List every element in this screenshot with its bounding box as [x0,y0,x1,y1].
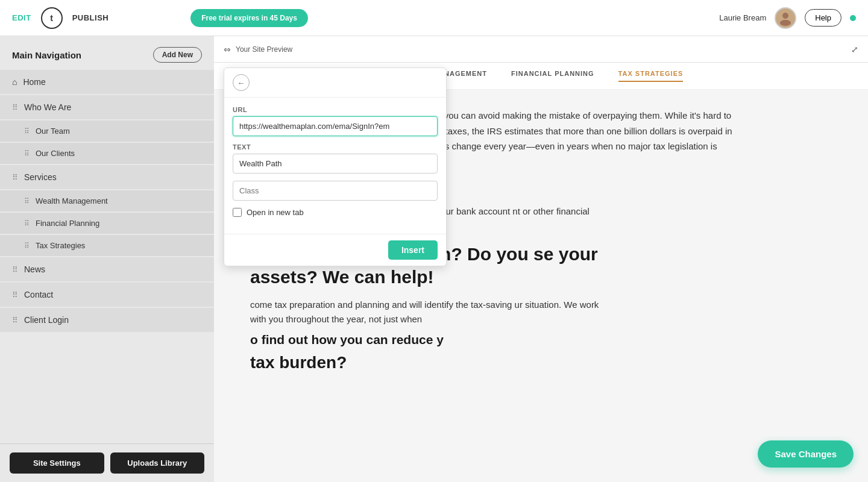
drag-handle-icon: ⠿ [24,197,30,205]
sidebar: Main Navigation Add New ⌂ Home ⠿ Who We … [0,36,214,482]
text-label: Text [233,143,438,151]
preview-label: Your Site Preview [236,45,292,54]
drag-handle-icon: ⠿ [12,265,18,274]
text-field-group: Text [233,143,438,174]
sidebar-item-client-login[interactable]: ⠿ Client Login [0,308,214,332]
status-dot [850,15,856,21]
sidebar-item-tax-strategies[interactable]: ⠿ Tax Strategies [0,235,214,256]
sidebar-item-label: Our Team [36,127,70,136]
drag-handle-icon: ⠿ [24,242,30,250]
uploads-library-button[interactable]: Uploads Library [110,452,205,474]
text-block-3: o find out how you can reduce y [250,333,600,347]
class-input[interactable] [233,181,438,201]
expand-icon[interactable]: ⤢ [851,45,858,54]
sidebar-item-label: Tax Strategies [36,241,85,250]
open-new-tab-checkbox[interactable] [233,208,242,217]
preview-bar: ⇔ Your Site Preview ⤢ [214,36,868,63]
drag-handle-icon: ⠿ [12,316,18,325]
save-changes-button[interactable]: Save Changes [758,440,854,468]
top-bar-right: Laurie Bream Help [719,7,856,29]
sidebar-footer: Site Settings Uploads Library [0,443,214,482]
sidebar-title: Main Navigation [12,50,81,60]
sidebar-item-label: Wealth Management [36,196,108,205]
arrows-icon: ⇔ [224,45,231,54]
sidebar-item-label: Contact [24,290,53,299]
sidebar-item-label: News [24,264,45,274]
sidebar-item-services[interactable]: ⠿ Services [0,165,214,189]
drag-handle-icon: ⠿ [24,127,30,136]
url-label: URL [233,106,438,113]
sidebar-item-label: Financial Planning [36,219,99,228]
sidebar-header: Main Navigation Add New [0,36,214,70]
drag-handle-icon: ⠿ [12,173,18,182]
edit-label[interactable]: EDIT [12,13,31,22]
text-block-2: come tax preparation and planning and wi… [250,298,600,327]
preview-bar-left: ⇔ Your Site Preview [224,45,292,54]
publish-label[interactable]: PUBLISH [72,13,109,22]
help-button[interactable]: Help [805,9,841,27]
text-input[interactable] [233,154,438,174]
drag-handle-icon: ⠿ [12,290,18,299]
user-avatar[interactable] [775,7,796,29]
link-editor-header: ← [224,68,446,98]
sidebar-item-who-we-are[interactable]: ⠿ Who We Are [0,95,214,119]
sidebar-item-label: Our Clients [36,149,75,158]
sidebar-item-wealth-management[interactable]: ⠿ Wealth Management [0,190,214,211]
drag-handle-icon: ⠿ [24,219,30,228]
sidebar-item-financial-planning[interactable]: ⠿ Financial Planning [0,213,214,234]
site-nav-tax-strategies[interactable]: TAX STRATEGIES [618,70,684,82]
sidebar-item-label: Home [23,77,45,87]
open-new-tab-label: Open in new tab [247,208,304,217]
sidebar-item-our-clients[interactable]: ⠿ Our Clients [0,143,214,164]
link-editor-body: URL Text Open in new tab [224,98,446,234]
trial-badge: Free trial expires in 45 Days [190,9,308,27]
open-new-tab-row: Open in new tab [233,208,438,217]
add-new-button[interactable]: Add New [153,47,202,63]
drag-handle-icon: ⠿ [24,149,30,158]
back-button[interactable]: ← [233,74,250,91]
sidebar-item-contact[interactable]: ⠿ Contact [0,283,214,307]
preview-area: ⇔ Your Site Preview ⤢ WEALTH MANAGEMENT … [214,36,868,482]
user-name: Laurie Bream [719,13,766,22]
link-editor-popup: ← URL Text Open in new tab [224,67,447,266]
sidebar-item-label: Client Login [24,315,69,325]
logo-circle: t [41,7,63,29]
sidebar-item-news[interactable]: ⠿ News [0,257,214,281]
link-editor-footer: Insert [224,234,446,266]
site-settings-button[interactable]: Site Settings [10,452,104,474]
drag-handle-icon: ⠿ [12,103,18,112]
site-nav-financial-planning[interactable]: FINANCIAL PLANNING [511,70,594,82]
home-icon: ⌂ [12,77,17,87]
sidebar-nav: ⌂ Home ⠿ Who We Are ⠿ Our Team ⠿ Our Cli… [0,70,214,443]
svg-point-0 [782,13,788,19]
sidebar-item-label: Who We Are [24,102,71,112]
top-bar-left: EDIT t PUBLISH Free trial expires in 45 … [12,7,308,29]
top-bar: EDIT t PUBLISH Free trial expires in 45 … [0,0,868,36]
insert-button[interactable]: Insert [388,240,438,260]
bottom-text: tax burden? [250,353,600,372]
sidebar-item-home[interactable]: ⌂ Home [0,70,214,94]
main-layout: Main Navigation Add New ⌂ Home ⠿ Who We … [0,36,868,482]
class-field-group [233,181,438,201]
sidebar-item-label: Services [24,172,57,182]
url-input[interactable] [233,116,438,136]
url-field-group: URL [233,106,438,136]
sidebar-item-our-team[interactable]: ⠿ Our Team [0,120,214,142]
svg-point-1 [780,20,791,26]
